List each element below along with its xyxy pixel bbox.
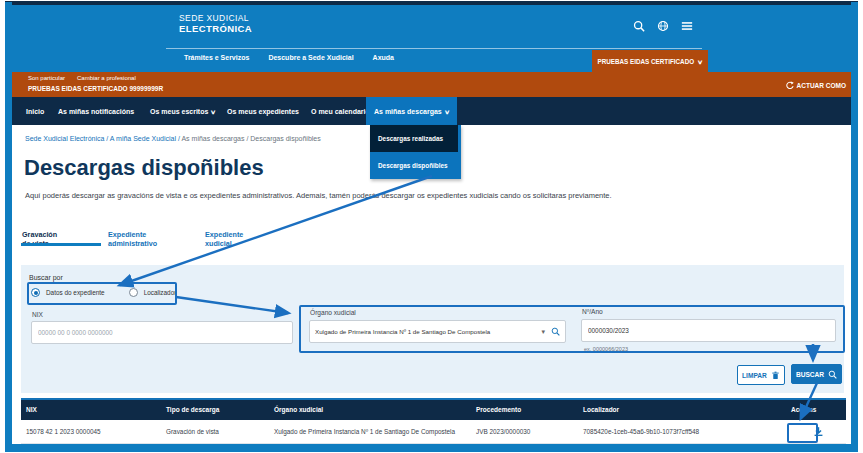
header-divider — [166, 48, 702, 49]
user-identity: PRUEBAS EIDAS CERTIFICADO 99999999R — [28, 85, 163, 92]
num-ano-input[interactable] — [581, 319, 836, 342]
page-description: Aquí poderás descargar as gravacións de … — [25, 191, 805, 200]
col-organo: Órgano xudicial — [269, 400, 471, 420]
menu-item-descargas-disponibles[interactable]: Descargas dispoñibles — [370, 152, 461, 179]
refresh-icon — [785, 81, 794, 90]
organo-xudicial-label: Órgano xudicial — [310, 309, 356, 316]
nav-inicio[interactable]: Inicio — [26, 97, 44, 125]
radio-localizador[interactable]: Localizador — [129, 288, 177, 297]
col-procedemento: Procedemento — [471, 400, 578, 420]
cell-tipo: Gravación de vista — [161, 420, 269, 443]
radio-datos-label: Datos do expediente — [46, 289, 105, 296]
cell-localizador: 7085420e-1ceb-45a6-9b10-1073f7cff548 — [578, 420, 786, 443]
col-accions: Accións — [786, 400, 846, 420]
nav-escritos[interactable]: Os meus escritos∨ — [150, 97, 216, 125]
page: SEDE XUDICIAL ELECTRÓNICA Trámites e Ser… — [12, 5, 851, 444]
frame-left — [5, 2, 12, 452]
search-organo-icon[interactable] — [551, 327, 560, 336]
breadcrumb-current: As miñas descargas / Descargas dispoñibl… — [180, 135, 321, 142]
num-ano-label: Nº/Ano — [582, 308, 603, 315]
nav-descargas[interactable]: As miñas descargas∨ — [366, 97, 457, 125]
certificate-user-label: PRUEBAS EIDAS CERTIFICADO — [598, 58, 695, 65]
num-ano-hint: ex. 0000066/2023 — [584, 346, 628, 352]
site-logo[interactable]: SEDE XUDICIAL ELECTRÓNICA — [179, 14, 252, 35]
organo-xudicial-select[interactable]: Xulgado de Primeira Instancia Nº 1 de Sa… — [309, 320, 566, 343]
frame-bottom — [5, 444, 858, 452]
radio-datos-expediente[interactable]: Datos do expediente — [31, 288, 105, 297]
table-row: 15078 42 1 2023 0000045 Gravación de vis… — [21, 420, 846, 444]
search-mode-radios: Datos do expediente Localizador — [31, 288, 176, 297]
chevron-down-icon: ∨ — [210, 108, 216, 115]
buscar-label: BUSCAR — [796, 371, 824, 378]
chevron-down-icon: ∨ — [444, 108, 450, 115]
logo-line2: ELECTRÓNICA — [179, 24, 252, 35]
certificate-user-button[interactable]: PRUEBAS EIDAS CERTIFICADO ∨ — [592, 50, 708, 72]
organo-xudicial-value: Xulgado de Primeira Instancia Nº 1 de Sa… — [315, 328, 537, 335]
radio-localizador-label: Localizador — [144, 289, 177, 296]
search-button-icon — [828, 370, 837, 379]
main-nav: Inicio As miñas notificacións Os meus es… — [12, 97, 851, 125]
breadcrumb-links[interactable]: Sede Xudicial Electrónica / A miña Sede … — [25, 135, 180, 142]
header-nav-tramites[interactable]: Trámites e Servizos — [184, 54, 249, 61]
select-caret-icon: ▾ — [541, 328, 545, 336]
act-as-label: ACTUAR COMO — [797, 82, 846, 89]
nav-calendario[interactable]: O meu calendario — [311, 97, 370, 125]
limpar-button[interactable]: LIMPAR — [737, 365, 785, 385]
col-tipo: Tipo de descarga — [161, 400, 269, 420]
cell-organo: Xulgado de Primeira Instancia Nº 1 de Sa… — [269, 420, 471, 443]
header-nav-axuda[interactable]: Axuda — [373, 54, 394, 61]
descargas-dropdown: Descargas realizadas Descargas dispoñibl… — [370, 125, 461, 179]
nix-label: NIX — [32, 311, 43, 318]
page-title: Descargas dispoñibles — [24, 155, 264, 181]
nav-notificacions[interactable]: As miñas notificacións — [58, 97, 134, 125]
limpar-label: LIMPAR — [742, 372, 767, 379]
chevron-down-icon: ∨ — [697, 58, 703, 65]
table-header: NIX Tipo de descarga Órgano xudicial Pro… — [21, 398, 846, 420]
header-nav: Trámites e Servizos Descubre a Sede Xudi… — [184, 54, 394, 61]
search-panel: Buscar por Datos do expediente Localizad… — [21, 265, 844, 393]
search-legend: Buscar por — [29, 274, 63, 281]
menu-item-descargas-realizadas[interactable]: Descargas realizadas — [370, 125, 461, 152]
tab-expediente-xudicial[interactable]: Expediente xudicial — [205, 230, 243, 248]
hamburger-menu-icon[interactable] — [681, 20, 693, 32]
cell-nix: 15078 42 1 2023 0000045 — [21, 420, 161, 443]
act-as-button[interactable]: ACTUAR COMO — [785, 81, 846, 90]
radio-selected-icon — [31, 288, 40, 297]
buscar-button[interactable]: BUSCAR — [791, 364, 842, 384]
active-tab-underline — [21, 243, 101, 246]
cell-procedemento: JVB 2023/0000030 — [471, 420, 578, 443]
header-nav-descubre[interactable]: Descubre a Sede Xudicial — [268, 54, 353, 61]
search-icon[interactable] — [633, 20, 645, 32]
user-bar: Son particular Cambiar a profesional PRU… — [12, 72, 851, 97]
trash-icon — [771, 371, 780, 380]
profile-type-label: Son particular — [28, 75, 65, 81]
switch-profile-link[interactable]: Cambiar a profesional — [77, 75, 136, 81]
nav-expedientes[interactable]: Os meus expedientes — [227, 97, 299, 125]
radio-unselected-icon — [129, 288, 138, 297]
col-localizador: Localizador — [578, 400, 786, 420]
nix-input[interactable] — [31, 321, 293, 344]
breadcrumb: Sede Xudicial Electrónica / A miña Sede … — [25, 135, 321, 142]
tab-expediente-administrativo[interactable]: Expediente administrativo — [108, 230, 157, 248]
download-icon[interactable] — [813, 426, 824, 437]
col-nix: NIX — [21, 400, 161, 420]
globe-icon[interactable] — [657, 20, 669, 32]
frame-right — [851, 2, 858, 452]
